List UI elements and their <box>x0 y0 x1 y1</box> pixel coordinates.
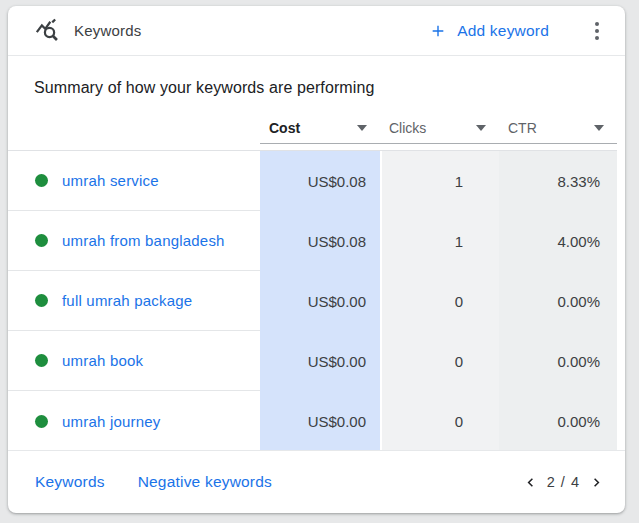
chevron-left-icon[interactable] <box>522 473 539 492</box>
green-status-dot <box>35 294 48 307</box>
green-status-dot <box>35 354 48 367</box>
dropdown-arrow-icon <box>476 125 486 131</box>
column-header-cost-label: Cost <box>269 120 300 136</box>
card-subtitle: Summary of how your keywords are perform… <box>8 56 625 97</box>
cost-cell: US$0.00 <box>260 331 380 391</box>
page-indicator: 2 / 4 <box>547 474 580 490</box>
green-status-dot <box>35 415 48 428</box>
clicks-cell: 0 <box>380 331 499 391</box>
footer-link-keywords[interactable]: Keywords <box>35 473 105 491</box>
column-header-ctr-label: CTR <box>508 120 537 136</box>
keyword-link[interactable]: full umrah package <box>62 292 192 309</box>
keyword-cell: umrah from bangladesh <box>8 211 260 271</box>
pagination: 2 / 4 <box>522 473 605 492</box>
add-keyword-label: Add keyword <box>457 22 549 40</box>
ctr-cell: 0.00% <box>499 391 617 451</box>
keywords-card: Keywords Add keyword Summary of how your… <box>8 6 625 513</box>
cost-cell: US$0.08 <box>260 211 380 271</box>
keyword-link[interactable]: umrah book <box>62 352 143 369</box>
clicks-cell: 0 <box>380 391 499 451</box>
keyword-cell: umrah journey <box>8 391 260 451</box>
column-header-clicks[interactable]: Clicks <box>380 113 499 144</box>
card-header: Keywords Add keyword <box>8 6 625 56</box>
keyword-link[interactable]: umrah journey <box>62 413 160 430</box>
dropdown-arrow-icon <box>594 125 604 131</box>
cost-cell: US$0.08 <box>260 151 380 211</box>
column-header-clicks-label: Clicks <box>389 120 426 136</box>
clicks-cell: 1 <box>380 151 499 211</box>
keyword-link[interactable]: umrah from bangladesh <box>62 232 225 249</box>
column-header-ctr[interactable]: CTR <box>499 113 617 144</box>
table-row: umrah service US$0.08 1 8.33% <box>8 151 617 211</box>
add-keyword-button[interactable]: Add keyword <box>426 16 553 46</box>
green-status-dot <box>35 174 48 187</box>
keyword-cell: full umrah package <box>8 271 260 331</box>
clicks-cell: 1 <box>380 211 499 271</box>
ctr-cell: 0.00% <box>499 331 617 391</box>
plus-icon <box>430 23 446 39</box>
table-row: umrah journey US$0.00 0 0.00% <box>8 391 617 451</box>
table-row: umrah book US$0.00 0 0.00% <box>8 331 617 391</box>
ctr-cell: 8.33% <box>499 151 617 211</box>
table-row: umrah from bangladesh US$0.08 1 4.00% <box>8 211 617 271</box>
green-status-dot <box>35 234 48 247</box>
card-footer: Keywords Negative keywords 2 / 4 <box>8 450 625 513</box>
cost-cell: US$0.00 <box>260 391 380 451</box>
keyword-link[interactable]: umrah service <box>62 172 159 189</box>
keyword-cell: umrah service <box>8 151 260 211</box>
cost-cell: US$0.00 <box>260 271 380 331</box>
keyword-cell: umrah book <box>8 331 260 391</box>
ctr-cell: 4.00% <box>499 211 617 271</box>
column-header-row: Cost Clicks CTR <box>8 113 617 144</box>
table-row: full umrah package US$0.00 0 0.00% <box>8 271 617 331</box>
card-header-left: Keywords <box>34 17 426 44</box>
column-header-cost[interactable]: Cost <box>260 113 380 144</box>
card-title: Keywords <box>74 22 141 39</box>
query-stats-icon <box>34 17 61 44</box>
clicks-cell: 0 <box>380 271 499 331</box>
chevron-right-icon[interactable] <box>588 473 605 492</box>
kebab-menu-icon[interactable] <box>587 16 607 46</box>
footer-link-negative-keywords[interactable]: Negative keywords <box>138 473 272 491</box>
keyword-column-spacer <box>8 113 260 144</box>
dropdown-arrow-icon <box>357 125 367 131</box>
keywords-table-body: umrah service US$0.08 1 8.33% umrah from… <box>8 150 617 451</box>
ctr-cell: 0.00% <box>499 271 617 331</box>
